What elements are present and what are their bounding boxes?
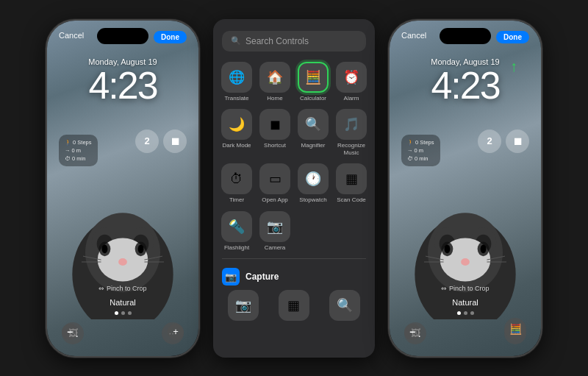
right-dot-active (457, 311, 461, 315)
darkmode-icon[interactable]: 🌙 (221, 109, 252, 140)
shortcut-label: Shortcut (264, 142, 286, 149)
calculator-label: Calculator (300, 95, 326, 102)
dots-row (47, 311, 198, 315)
search-placeholder: Search Controls (245, 36, 309, 46)
camera-icon[interactable]: 📷 (259, 211, 290, 242)
controls-grid-row4: 🔦 Flashlight 📷 Camera (213, 211, 375, 252)
recognize-music-label: Recognize Music (335, 142, 368, 156)
flashlight-label: Flashlight (224, 244, 249, 252)
widget-icon: ⏹ (163, 130, 187, 153)
flashlight-control[interactable]: 🔦 Flashlight (220, 211, 253, 252)
right-minus-button[interactable]: − (404, 324, 420, 340)
scancode-control[interactable]: ▦ Scan Code (335, 163, 368, 204)
pinch-text: ⇔ Pinch to Crop (47, 285, 198, 292)
darkmode-label: Dark Mode (222, 142, 251, 149)
left-phone-screen: Cancel Done Monday, August 19 4:23 🚶 0 S… (47, 21, 198, 356)
translate-icon[interactable]: 🌐 (221, 62, 252, 93)
right-phone-screen: Cancel Done Monday, August 19 4:23 🚶 0 S… (390, 21, 541, 356)
scancode-label: Scan Code (337, 196, 366, 204)
right-done-button[interactable]: Done (496, 31, 529, 43)
right-cancel-button[interactable]: Cancel (401, 31, 426, 43)
steps-text: 🚶 0 Steps→ 0 m⏱ 0 min (65, 138, 92, 163)
search-bar[interactable]: 🔍 Search Controls (222, 31, 366, 52)
recognize-music-icon[interactable]: 🎵 (336, 109, 367, 140)
timer-label: Timer (229, 196, 244, 204)
timer-icon[interactable]: ⏱ (221, 163, 252, 194)
home-icon[interactable]: 🏠 (259, 62, 290, 93)
dot (121, 311, 125, 315)
shortcut-icon[interactable]: ◼ (259, 109, 290, 140)
controls-scroll[interactable]: 🔍 Search Controls 🌐 Translate 🏠 Home 🧮 C… (213, 19, 375, 321)
darkmode-control[interactable]: 🌙 Dark Mode (220, 109, 253, 156)
alarm-icon[interactable]: ⏰ (336, 62, 367, 93)
right-pinch-text: ⇔ Pinch to Crop (390, 285, 541, 292)
magnifier-icon[interactable]: 🔍 (298, 109, 329, 140)
capture-camera-icon[interactable]: 📷 (228, 290, 259, 320)
calculator-icon[interactable]: 🧮 (298, 62, 329, 93)
translate-control[interactable]: 🌐 Translate (220, 62, 253, 102)
capture-section-header: 📷 Capture (213, 262, 375, 290)
left-phone: Cancel Done Monday, August 19 4:23 🚶 0 S… (46, 19, 200, 358)
minus-button-left[interactable]: − (62, 324, 78, 340)
scancode-icon[interactable]: ▦ (336, 163, 367, 194)
camera-control[interactable]: 📷 Camera (259, 211, 291, 252)
openapp-icon[interactable]: ▭ (259, 163, 290, 194)
dot-active (115, 311, 118, 315)
right-steps-widget: 🚶 0 Steps→ 0 m⏱ 0 min (401, 135, 440, 167)
right-badge-circle: 2 (478, 130, 501, 153)
add-button[interactable]: + (168, 324, 184, 340)
right-widget-icon: ⏹ (506, 130, 529, 153)
time-text: 4:23 (47, 66, 198, 104)
capture-section-icon: 📷 (222, 268, 240, 285)
right-phone: ↑ Cancel Done Monday, August 19 4:23 🚶 0… (388, 19, 542, 358)
right-dynamic-island (440, 28, 491, 44)
bottom-bar: ⇔ Pinch to Crop Natural 🖼 ··· (47, 285, 198, 356)
green-arrow-indicator: ↑ (510, 59, 517, 74)
openapp-control[interactable]: ▭ Open App (259, 163, 291, 204)
capture-scancode[interactable]: ▦ Scan Code (271, 290, 316, 320)
controls-grid-row2: 🌙 Dark Mode ◼ Shortcut 🔍 Magnifier 🎵 Rec… (213, 109, 375, 156)
capture-scancode-icon[interactable]: ▦ (279, 290, 309, 320)
right-widgets: 2 ⏹ (135, 130, 187, 153)
right-time-text: 4:23 (390, 66, 541, 104)
recognize-music-control[interactable]: 🎵 Recognize Music (335, 109, 368, 156)
magnifier-label: Magnifier (301, 142, 326, 149)
date-display: Monday, August 19 4:23 (47, 57, 198, 104)
magnifier-control[interactable]: 🔍 Magnifier (297, 109, 329, 156)
search-icon: 🔍 (231, 36, 241, 46)
right-steps-text: 🚶 0 Steps→ 0 m⏱ 0 min (407, 138, 434, 163)
controls-grid-row1: 🌐 Translate 🏠 Home 🧮 Calculator ⏰ Alarm (213, 62, 375, 102)
capture-section-grid: 📷 Camera ▦ Scan Code 🔍 Magnifier (213, 290, 375, 320)
done-button[interactable]: Done (154, 31, 187, 43)
alarm-label: Alarm (344, 95, 359, 102)
dynamic-island (97, 28, 148, 44)
flashlight-icon[interactable]: 🔦 (221, 211, 252, 242)
cancel-button[interactable]: Cancel (59, 31, 84, 43)
middle-panel: 🔍 Search Controls 🌐 Translate 🏠 Home 🧮 C… (213, 19, 375, 358)
capture-camera[interactable]: 📷 Camera (220, 290, 265, 320)
stopwatch-label: Stopwatch (299, 196, 326, 204)
right-dots-row (390, 311, 541, 315)
calculator-control[interactable]: 🧮 Calculator (297, 62, 329, 102)
wallpaper-label: Natural (47, 298, 198, 307)
divider-1 (222, 258, 366, 259)
controls-grid-row3: ⏱ Timer ▭ Open App 🕐 Stopwatch ▦ Scan Co… (213, 163, 375, 204)
timer-control[interactable]: ⏱ Timer (220, 163, 253, 204)
badge-circle: 2 (135, 130, 159, 153)
capture-magnifier-icon[interactable]: 🔍 (329, 290, 360, 320)
right-wallpaper-label: Natural (390, 298, 541, 307)
stopwatch-control[interactable]: 🕐 Stopwatch (297, 163, 329, 204)
right-dot (464, 311, 467, 315)
steps-widget: 🚶 0 Steps→ 0 m⏱ 0 min (59, 135, 98, 167)
openapp-label: Open App (262, 196, 288, 204)
right-calculator-button[interactable]: 🧮 (504, 318, 526, 340)
capture-section-title: Capture (245, 272, 279, 282)
home-control[interactable]: 🏠 Home (259, 62, 291, 102)
stopwatch-icon[interactable]: 🕐 (298, 163, 329, 194)
alarm-control[interactable]: ⏰ Alarm (335, 62, 368, 102)
dot (128, 311, 132, 315)
home-label: Home (267, 95, 282, 102)
capture-magnifier[interactable]: 🔍 Magnifier (323, 290, 368, 320)
shortcut-control[interactable]: ◼ Shortcut (259, 109, 291, 156)
right-right-widgets: 2 ⏹ (478, 130, 529, 153)
